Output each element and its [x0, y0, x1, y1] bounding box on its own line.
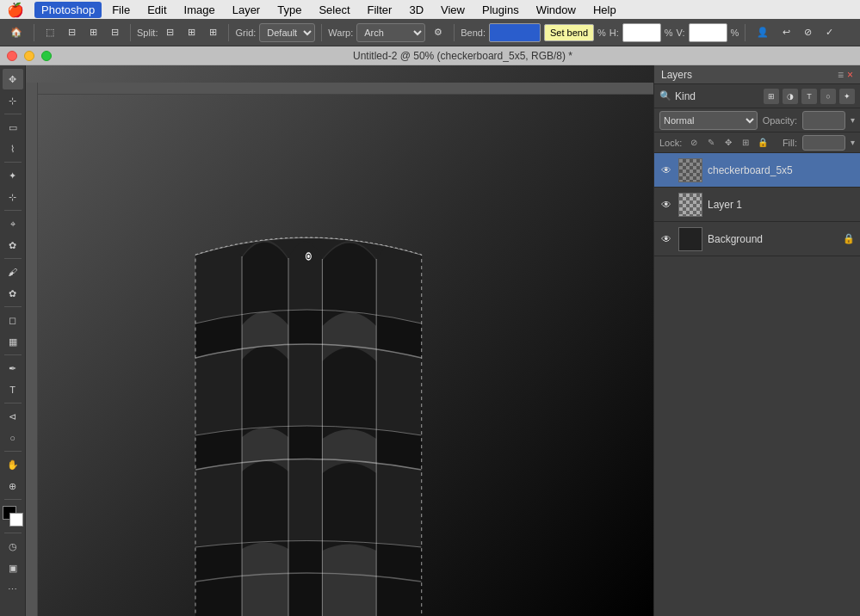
- grid-select[interactable]: Default: [259, 23, 315, 42]
- layers-lock-row: Lock: ⊘ ✎ ✥ ⊞ 🔒 Fill: 100% ▾: [654, 132, 860, 153]
- menu-help[interactable]: Help: [586, 2, 623, 18]
- menu-view[interactable]: View: [434, 2, 472, 18]
- split-4-button[interactable]: ⊞: [204, 22, 222, 43]
- extra-tools[interactable]: ⋯: [3, 579, 23, 600]
- type-tool[interactable]: T: [3, 379, 23, 400]
- menu-photoshop[interactable]: Photoshop: [34, 2, 102, 18]
- lock-position-icon[interactable]: ✥: [721, 136, 735, 150]
- zoom-tool[interactable]: ⊕: [3, 476, 23, 496]
- warp-settings-button[interactable]: ⚙: [429, 22, 448, 43]
- canvas-area[interactable]: [26, 65, 653, 616]
- layer-thumb-checkerboard: [678, 158, 702, 182]
- layer-item-layer1[interactable]: 👁 Layer 1: [654, 188, 860, 222]
- screen-mode-tool[interactable]: ▣: [3, 557, 23, 578]
- home-button[interactable]: 🏠: [5, 22, 28, 43]
- undo-button[interactable]: ↩: [777, 22, 795, 43]
- panel-menu-button[interactable]: ≡: [838, 69, 844, 81]
- grid-rows-button[interactable]: ⊞: [84, 22, 102, 43]
- left-toolbar: ✥ ⊹ ▭ ⌇ ✦ ⊹ ⌖ ✿ 🖌 ✿ ◻ ▦ ✒ T ⊲ ○ ✋ ⊕ ◷ ▣: [0, 65, 26, 616]
- split-2v-button[interactable]: ⊞: [183, 22, 201, 43]
- bend-percent: %: [597, 28, 606, 38]
- filter-pixel-icon[interactable]: ⊞: [764, 89, 779, 104]
- minimize-button[interactable]: [24, 51, 34, 61]
- path-select-tool[interactable]: ⊲: [3, 406, 23, 427]
- filter-shape-icon[interactable]: ○: [820, 89, 836, 104]
- eye-icon-checkerboard: 👁: [661, 164, 671, 176]
- blend-mode-select[interactable]: Normal: [659, 111, 758, 130]
- menu-filter[interactable]: Filter: [361, 2, 399, 18]
- warp-label: Warp:: [328, 28, 353, 38]
- layer-item-background[interactable]: 👁 Background 🔒: [654, 222, 860, 256]
- fill-label: Fill:: [783, 138, 797, 148]
- lock-icons: ⊘ ✎ ✥ ⊞ 🔒: [687, 136, 770, 150]
- filter-adjustment-icon[interactable]: ◑: [783, 89, 798, 104]
- menu-3d[interactable]: 3D: [402, 2, 430, 18]
- crop-tool[interactable]: ⊹: [3, 187, 23, 207]
- layer-visibility-layer1[interactable]: 👁: [659, 198, 673, 212]
- warp-select[interactable]: Arch: [356, 23, 425, 42]
- eraser-tool[interactable]: ◻: [3, 310, 23, 330]
- grid-3-button[interactable]: ⊟: [106, 22, 124, 43]
- h-input[interactable]: 0,0: [622, 23, 661, 42]
- layer-lock-background: 🔒: [843, 233, 855, 244]
- fill-input[interactable]: 100%: [802, 135, 845, 151]
- face-button[interactable]: 👤: [752, 22, 774, 43]
- lock-all-icon[interactable]: 🔒: [756, 136, 770, 150]
- move-tool[interactable]: ✥: [3, 69, 23, 89]
- layer-visibility-background[interactable]: 👁: [659, 232, 673, 246]
- eye-icon-layer1: 👁: [661, 199, 671, 211]
- filter-smart-icon[interactable]: ✦: [839, 89, 855, 104]
- lock-artboard-icon[interactable]: ⊞: [739, 136, 752, 150]
- confirm-warp-button[interactable]: ✓: [820, 22, 838, 43]
- v-label: V:: [677, 28, 685, 38]
- wand-tool[interactable]: ✦: [3, 165, 23, 186]
- layers-panel: Layers ≡ × 🔍 Kind ⊞ ◑ T ○ ✦ Normal Opaci…: [653, 65, 860, 616]
- bend-label: Bend:: [461, 28, 486, 38]
- hand-tool[interactable]: ✋: [3, 454, 23, 475]
- menu-edit[interactable]: Edit: [140, 2, 173, 18]
- filter-search-icon: 🔍: [659, 90, 671, 102]
- lock-transparent-icon[interactable]: ⊘: [687, 136, 701, 150]
- menu-layer[interactable]: Layer: [226, 2, 268, 18]
- opacity-arrow[interactable]: ▾: [851, 115, 855, 125]
- clone-tool[interactable]: ✿: [3, 283, 23, 304]
- gradient-tool[interactable]: ▦: [3, 331, 23, 352]
- menu-type[interactable]: Type: [270, 2, 308, 18]
- select-cols-button[interactable]: ⊟: [63, 22, 81, 43]
- healing-tool[interactable]: ✿: [3, 235, 23, 256]
- v-input[interactable]: 0,0: [689, 23, 727, 42]
- select-tool-button[interactable]: ⬚: [40, 22, 59, 43]
- fill-arrow[interactable]: ▾: [851, 138, 855, 147]
- close-button[interactable]: [7, 51, 17, 61]
- svg-point-6: [307, 255, 310, 258]
- apple-menu[interactable]: 🍎: [7, 2, 24, 18]
- opacity-input[interactable]: 100%: [802, 111, 845, 130]
- lasso-tool[interactable]: ⌇: [3, 139, 23, 159]
- color-swatches[interactable]: [3, 506, 23, 527]
- eyedropper-tool[interactable]: ⌖: [3, 213, 23, 234]
- quick-mask-tool[interactable]: ◷: [3, 536, 23, 557]
- panel-close-button[interactable]: ×: [847, 69, 853, 81]
- layer-item-checkerboard[interactable]: 👁 checkerboard_5x5: [654, 153, 860, 188]
- bend-input[interactable]: 50,0: [489, 23, 541, 42]
- background-color[interactable]: [9, 513, 23, 527]
- layers-filter-bar: 🔍 Kind ⊞ ◑ T ○ ✦: [654, 84, 860, 108]
- menu-plugins[interactable]: Plugins: [475, 2, 526, 18]
- window-title: Untitled-2 @ 50% (checkerboard_5x5, RGB/…: [72, 50, 853, 62]
- filter-type-icon[interactable]: T: [801, 89, 817, 104]
- layer-visibility-checkerboard[interactable]: 👁: [659, 163, 673, 177]
- menu-select[interactable]: Select: [312, 2, 356, 18]
- h-label: H:: [609, 28, 619, 38]
- menu-image[interactable]: Image: [177, 2, 222, 18]
- brush-tool[interactable]: 🖌: [3, 262, 23, 282]
- lock-paint-icon[interactable]: ✎: [704, 136, 718, 150]
- rect-select-tool[interactable]: ▭: [3, 117, 23, 138]
- artboard-tool[interactable]: ⊹: [3, 90, 23, 111]
- maximize-button[interactable]: [41, 51, 52, 61]
- cancel-warp-button[interactable]: ⊘: [799, 22, 817, 43]
- menu-window[interactable]: Window: [529, 2, 583, 18]
- shape-tool[interactable]: ○: [3, 428, 23, 448]
- menu-file[interactable]: File: [105, 2, 137, 18]
- split-2h-button[interactable]: ⊟: [161, 22, 179, 43]
- pen-tool[interactable]: ✒: [3, 358, 23, 379]
